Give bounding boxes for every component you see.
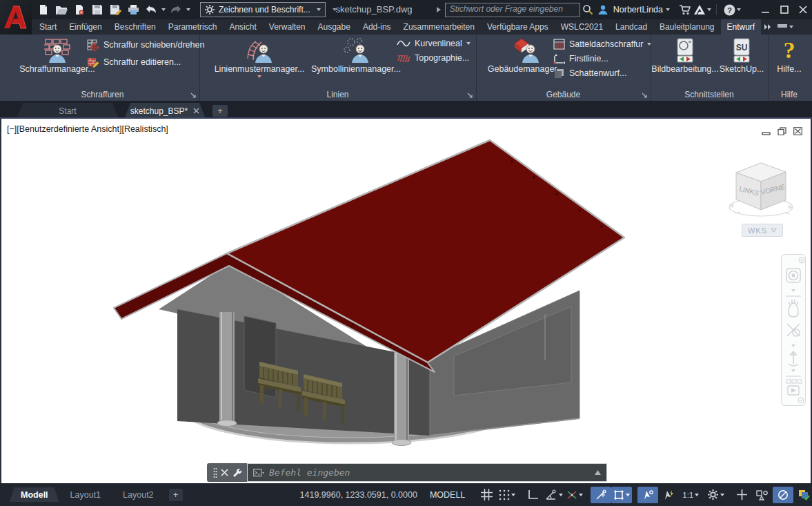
layout-tab-layout2[interactable]: Layout2: [112, 487, 164, 502]
tab-ansicht[interactable]: Ansicht: [223, 19, 262, 35]
tab-verwalten[interactable]: Verwalten: [263, 19, 312, 35]
store-button[interactable]: [677, 2, 692, 17]
model-canvas[interactable]: [1, 119, 811, 483]
tab-wslc2021[interactable]: WSLC2021: [555, 19, 609, 35]
snap-caret[interactable]: [511, 494, 515, 496]
file-tab-start[interactable]: Start: [17, 103, 119, 119]
firstlinie-button[interactable]: Firstlinie...: [553, 53, 651, 64]
open-file-button[interactable]: [54, 2, 69, 17]
tab-parametrisch[interactable]: Parametrisch: [162, 19, 224, 35]
sketchup-button[interactable]: SU SketchUp...: [718, 37, 765, 74]
search-input[interactable]: Stichwort oder Frage eingeben: [445, 3, 580, 17]
tab-ausgabe[interactable]: Ausgabe: [312, 19, 357, 35]
viewport-minimize-icon[interactable]: [762, 127, 771, 135]
file-tab-drawing[interactable]: sketchup_BSP*: [124, 103, 206, 119]
command-history-icon[interactable]: [595, 470, 601, 475]
isodraft-caret[interactable]: [579, 494, 583, 496]
dialog-launcher-icon[interactable]: [642, 93, 648, 99]
close-button[interactable]: [793, 0, 812, 19]
redo-button[interactable]: [168, 2, 184, 17]
tab-landcad[interactable]: Landcad: [609, 19, 653, 35]
plot-button[interactable]: [126, 2, 141, 17]
hardware-acceleration-button[interactable]: [773, 487, 793, 503]
linienmustermanager-button[interactable]: Linienmustermanager...: [212, 37, 307, 78]
snap-toggle[interactable]: [497, 487, 517, 503]
command-input[interactable]: Befehl eingeben: [247, 463, 607, 482]
undo-dropdown-caret[interactable]: [161, 8, 166, 11]
tab-addins[interactable]: Add-ins: [357, 19, 397, 35]
viewport-controls-label[interactable]: [−][Benutzerdefinierte Ansicht][Realisti…: [7, 124, 168, 134]
wks-selector[interactable]: WKS: [742, 224, 783, 237]
object-snap-toggle[interactable]: [611, 487, 632, 503]
panel-label-schnittstellen[interactable]: Schnittstellen: [651, 88, 768, 101]
drawing-viewport[interactable]: [−][Benutzerdefinierte Ansicht][Realisti…: [1, 119, 811, 483]
isodraft-toggle[interactable]: [564, 487, 585, 503]
viewcube[interactable]: LINKS VORNE: [725, 144, 801, 221]
schraffur-editieren-button[interactable]: Schraffur editieren...: [87, 56, 204, 68]
dialog-launcher-icon[interactable]: [190, 93, 197, 99]
autodesk-menu-caret[interactable]: [707, 8, 711, 11]
tab-beschriften[interactable]: Beschriften: [108, 19, 162, 35]
autodesk-app-button[interactable]: [692, 2, 707, 17]
satteldachschraffur-button[interactable]: Satteldachschraffur: [553, 39, 651, 50]
collapse-search-icon[interactable]: [436, 6, 442, 13]
layout-tab-modell[interactable]: Modell: [10, 487, 59, 502]
graphics-performance-button[interactable]: [793, 487, 812, 503]
maximize-button[interactable]: [775, 0, 793, 19]
tab-zusammenarbeiten[interactable]: Zusammenarbeiten: [397, 19, 481, 35]
command-line[interactable]: Befehl eingeben: [207, 463, 607, 482]
tab-start[interactable]: Start: [33, 19, 63, 35]
new-layout-button[interactable]: +: [169, 489, 183, 501]
schattenwurf-button[interactable]: Schattenwurf...: [553, 68, 651, 79]
help-button[interactable]: ?: [722, 2, 737, 17]
symbollinienmanager-button[interactable]: Symbollinienmanager...: [308, 37, 404, 74]
dialog-launcher-icon[interactable]: [467, 93, 473, 99]
panel-label-gebaeude[interactable]: Gebäude: [476, 88, 651, 101]
isolate-objects-button[interactable]: [752, 487, 773, 503]
annotation-monitor-button[interactable]: [731, 487, 752, 503]
search-button[interactable]: [580, 2, 595, 17]
kurvenlineal-caret[interactable]: [466, 42, 471, 45]
layout-tab-layout1[interactable]: Layout1: [59, 487, 112, 502]
polar-caret[interactable]: [559, 494, 563, 496]
panel-label-hilfe[interactable]: Hilfe: [768, 88, 811, 101]
workspace-switch-caret[interactable]: [720, 494, 724, 496]
object-snap-tracking-toggle[interactable]: [591, 487, 611, 503]
signed-in-user[interactable]: NorbertLinda: [613, 5, 663, 14]
redo-dropdown-caret[interactable]: [186, 8, 190, 11]
workspace-switch-button[interactable]: [705, 487, 726, 503]
annotation-autoscale-toggle[interactable]: [658, 487, 679, 503]
undo-button[interactable]: [143, 2, 159, 17]
tab-entwurf[interactable]: Entwurf: [721, 19, 762, 35]
minimize-button[interactable]: [756, 0, 775, 19]
kurvenlineal-button[interactable]: Kurvenlineal: [397, 39, 471, 48]
annotation-visibility-toggle[interactable]: [637, 487, 658, 503]
tab-einfuegen[interactable]: Einfügen: [63, 19, 108, 35]
save-as-button[interactable]: [108, 2, 123, 17]
new-drawing-tab-button[interactable]: +: [212, 105, 228, 117]
tab-verfuegbare-apps[interactable]: Verfügbare Apps: [481, 19, 555, 35]
bildbearbeitung-button[interactable]: Bildbearbeitung...: [653, 37, 717, 74]
navigation-bar[interactable]: [781, 254, 806, 406]
ribbon-minimize-button[interactable]: [778, 24, 793, 30]
viewport-close-icon[interactable]: [793, 127, 802, 135]
help-menu-caret[interactable]: [737, 8, 741, 11]
command-close-icon[interactable]: [221, 469, 228, 476]
schraffur-schieben-button[interactable]: Schraffur schieben/drehen: [87, 39, 204, 51]
annotation-scale-caret[interactable]: [695, 494, 699, 496]
workspace-selector[interactable]: Zeichnen und Beschrift...: [200, 2, 326, 17]
space-indicator[interactable]: MODELL: [424, 490, 471, 500]
user-menu-caret[interactable]: [666, 8, 670, 11]
polar-tracking-toggle[interactable]: [544, 487, 564, 503]
linienmuster-dropdown-caret[interactable]: [257, 75, 261, 78]
close-tab-icon[interactable]: [193, 108, 199, 114]
ribbon-cycle-icon[interactable]: [764, 23, 772, 30]
new-file-button[interactable]: [36, 2, 51, 17]
panel-label-schraffuren[interactable]: Schraffuren: [6, 88, 199, 101]
osnap-caret[interactable]: [626, 494, 630, 496]
tab-bauleitplanung[interactable]: Bauleitplanung: [653, 19, 720, 35]
ortho-toggle[interactable]: [523, 487, 544, 503]
autocad-logo[interactable]: [0, 0, 32, 35]
topographie-button[interactable]: Topographie...: [397, 53, 471, 63]
hilfe-button[interactable]: ? Hilfe...: [772, 37, 806, 74]
